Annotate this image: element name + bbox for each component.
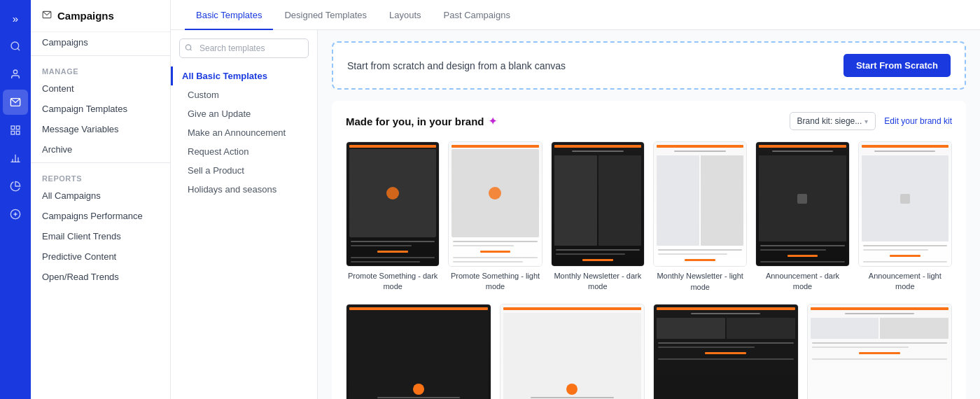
main-content: Basic Templates Designed Templates Layou… <box>171 0 980 399</box>
svg-rect-7 <box>16 131 20 134</box>
email-rail-icon[interactable] <box>3 90 28 115</box>
template-card-announcement-dark[interactable]: Announcement - dark mode <box>755 141 849 293</box>
brand-kit-label: Brand kit: siege... <box>797 116 862 126</box>
template-card-welcome-dark[interactable]: Welcome Email - dark mode <box>346 304 491 399</box>
card-label-promote-dark: Promote Something - dark mode <box>346 271 440 293</box>
template-nav-request-action[interactable]: Request Action <box>171 142 317 161</box>
template-nav-give-update[interactable]: Give an Update <box>171 104 317 123</box>
scratch-banner-text: Start from scratch and design from a bla… <box>347 60 566 71</box>
template-nav-holidays[interactable]: Holidays and seasons <box>171 180 317 199</box>
template-card-newsletter-light[interactable]: Monthly Newsletter - light mode <box>653 141 747 293</box>
template-nav-custom[interactable]: Custom <box>171 85 317 104</box>
sidebar-item-campaigns-performance[interactable]: Campaigns Performance <box>31 206 170 226</box>
brand-header: Made for you, in your brand ✦ Brand kit:… <box>346 112 952 130</box>
brand-section: Made for you, in your brand ✦ Brand kit:… <box>332 101 966 399</box>
card-thumb-promote-light <box>448 141 542 267</box>
svg-line-1 <box>18 48 20 50</box>
template-card-promote-dark[interactable]: Promote Something - dark mode <box>346 141 440 293</box>
tab-past-campaigns[interactable]: Past Campaigns <box>433 0 522 30</box>
brand-controls: Brand kit: siege... ▾ Edit your brand ki… <box>790 112 952 130</box>
icon-rail: » <box>0 0 31 399</box>
svg-rect-6 <box>11 131 15 134</box>
brand-title: Made for you, in your brand ✦ <box>346 115 497 127</box>
sidebar-divider-1 <box>31 55 170 56</box>
template-card-announcement-light[interactable]: Announcement - light mode <box>858 141 952 293</box>
content-area: All Basic Templates Custom Give an Updat… <box>171 30 980 399</box>
template-grid-row1: Promote Something - dark mode <box>346 141 952 293</box>
template-nav-sell-product[interactable]: Sell a Product <box>171 161 317 180</box>
template-card-welcome-light[interactable]: Welcome Email - light mode <box>500 304 645 399</box>
template-card-promote-light[interactable]: Promote Something - light mode <box>448 141 542 293</box>
pie-chart-icon[interactable] <box>3 174 28 199</box>
sidebar-item-archive[interactable]: Archive <box>31 139 170 160</box>
template-nav-make-announcement[interactable]: Make an Announcement <box>171 123 317 142</box>
card-thumb-newsletter-light <box>653 141 747 267</box>
card-thumb-welcome-dark <box>346 304 491 399</box>
svg-point-2 <box>13 70 17 74</box>
sidebar-item-email-client-trends[interactable]: Email Client Trends <box>31 226 170 246</box>
sidebar-item-message-variables[interactable]: Message Variables <box>31 119 170 139</box>
sidebar-title: Campaigns <box>57 10 114 22</box>
sidebar-item-campaigns[interactable]: Campaigns <box>31 32 170 52</box>
card-thumb-whats-new-dark <box>653 304 799 399</box>
plus-circle-icon[interactable] <box>3 202 28 227</box>
card-thumb-welcome-light <box>500 304 645 399</box>
svg-rect-5 <box>16 126 20 130</box>
template-sidebar: All Basic Templates Custom Give an Updat… <box>171 30 318 399</box>
template-card-whats-new-light[interactable]: What's New - light mode <box>807 304 953 399</box>
card-label-newsletter-dark: Monthly Newsletter - dark mode <box>551 271 645 293</box>
sidebar-item-all-campaigns[interactable]: All Campaigns <box>31 186 170 206</box>
card-thumb-announcement-dark <box>755 141 849 267</box>
sidebar-item-campaign-templates[interactable]: Campaign Templates <box>31 99 170 119</box>
template-grid-row2: Welcome Email - dark mode <box>346 304 952 399</box>
svg-point-16 <box>186 45 190 50</box>
sidebar-item-predictive-content[interactable]: Predictive Content <box>31 246 170 267</box>
template-main: Start from scratch and design from a bla… <box>318 30 980 399</box>
svg-point-0 <box>11 42 19 50</box>
sidebar-item-content[interactable]: Content <box>31 78 170 99</box>
manage-section-label: MANAGE <box>31 59 170 78</box>
card-thumb-whats-new-light <box>807 304 953 399</box>
envelope-icon <box>42 10 52 22</box>
template-nav-all-basic[interactable]: All Basic Templates <box>171 66 317 85</box>
template-card-newsletter-dark[interactable]: Monthly Newsletter - dark mode <box>551 141 645 293</box>
svg-line-17 <box>190 49 192 50</box>
start-from-scratch-button[interactable]: Start From Scratch <box>844 54 951 77</box>
search-rail-icon[interactable] <box>3 34 28 59</box>
brand-kit-selector[interactable]: Brand kit: siege... ▾ <box>790 112 876 130</box>
card-label-promote-light: Promote Something - light mode <box>448 271 542 293</box>
person-icon[interactable] <box>3 62 28 87</box>
template-card-whats-new-dark[interactable]: What's New - dark mode <box>653 304 799 399</box>
tab-layouts[interactable]: Layouts <box>378 0 433 30</box>
bar-chart-icon[interactable] <box>3 146 28 171</box>
card-thumb-promote-dark <box>346 141 440 267</box>
scratch-banner: Start from scratch and design from a bla… <box>332 41 966 90</box>
card-thumb-newsletter-dark <box>551 141 645 267</box>
card-label-newsletter-light: Monthly Newsletter - light mode <box>653 271 747 293</box>
tabs-bar: Basic Templates Designed Templates Layou… <box>171 0 980 30</box>
reports-section-label: REPORTS <box>31 166 170 186</box>
search-icon <box>185 44 192 53</box>
search-input[interactable] <box>179 38 309 58</box>
sidebar-divider-2 <box>31 162 170 163</box>
chevron-down-icon: ▾ <box>864 118 868 125</box>
expand-icon[interactable]: » <box>3 6 28 31</box>
tab-basic-templates[interactable]: Basic Templates <box>185 0 273 30</box>
search-box <box>179 38 309 58</box>
edit-brand-kit-link[interactable]: Edit your brand kit <box>884 116 952 126</box>
sidebar-item-open-read-trends[interactable]: Open/Read Trends <box>31 267 170 287</box>
brand-title-text: Made for you, in your brand <box>346 115 484 127</box>
card-thumb-announcement-light <box>858 141 952 267</box>
sidebar-header: Campaigns <box>31 0 170 32</box>
svg-rect-4 <box>11 126 15 130</box>
card-label-announcement-dark: Announcement - dark mode <box>755 271 849 293</box>
sparkle-icon: ✦ <box>489 115 497 127</box>
card-label-announcement-light: Announcement - light mode <box>858 271 952 293</box>
grid-icon[interactable] <box>3 118 28 143</box>
left-sidebar: Campaigns Campaigns MANAGE Content Campa… <box>31 0 171 399</box>
tab-designed-templates[interactable]: Designed Templates <box>273 0 378 30</box>
